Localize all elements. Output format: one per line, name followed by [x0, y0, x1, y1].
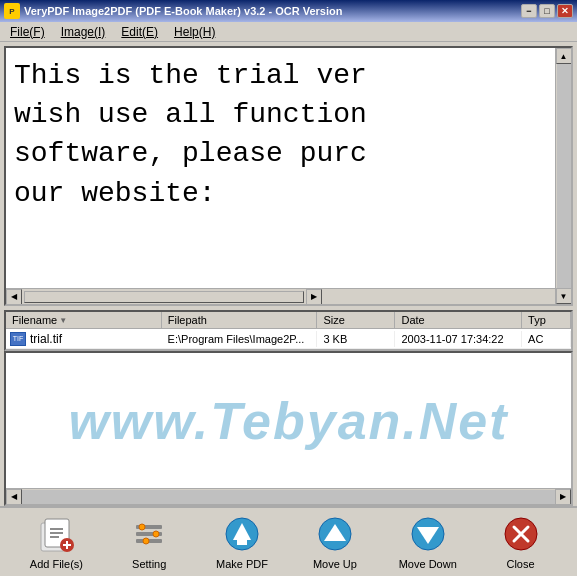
file-size: 3 KB: [317, 331, 395, 347]
sort-indicator: ▼: [59, 316, 67, 325]
menu-item-edit[interactable]: Edit(E): [115, 23, 164, 41]
wm-scroll-left[interactable]: ◀: [6, 489, 22, 505]
menu-item-help[interactable]: Help(H): [168, 23, 221, 41]
preview-scrollbar-horizontal[interactable]: ◀ ▶: [6, 288, 555, 304]
svg-point-11: [139, 524, 145, 530]
title-bar-title: P VeryPDF Image2PDF (PDF E-Book Maker) v…: [4, 3, 342, 19]
make-pdf-icon: [222, 514, 262, 554]
file-date: 2003-11-07 17:34:22: [395, 331, 522, 347]
watermark-text: www.Tebyan.Net: [68, 391, 508, 451]
watermark-inner: www.Tebyan.Net: [6, 353, 571, 488]
setting-icon: [129, 514, 169, 554]
menu-item-file[interactable]: File(F): [4, 23, 51, 41]
close-window-button[interactable]: ✕: [557, 4, 573, 18]
maximize-button[interactable]: □: [539, 4, 555, 18]
toolbar: Add File(s) Setting: [0, 506, 577, 576]
title-bar: P VeryPDF Image2PDF (PDF E-Book Maker) v…: [0, 0, 577, 22]
move-down-icon: [408, 514, 448, 554]
menu-item-image[interactable]: Image(I): [55, 23, 112, 41]
col-header-date: Date: [395, 312, 522, 328]
col-header-type: Typ: [522, 312, 571, 328]
app-icon: P: [4, 3, 20, 19]
watermark-area: www.Tebyan.Net ◀ ▶: [4, 351, 573, 506]
scroll-track-vertical[interactable]: [557, 64, 571, 288]
col-header-filepath: Filepath: [162, 312, 318, 328]
svg-point-12: [153, 531, 159, 537]
move-down-button[interactable]: Move Down: [398, 514, 458, 570]
wm-scroll-track[interactable]: [22, 490, 555, 504]
col-header-filename: Filename ▼: [6, 312, 162, 328]
menu-bar: File(F)Image(I)Edit(E)Help(H): [0, 22, 577, 42]
setting-button[interactable]: Setting: [119, 514, 179, 570]
preview-content: This is the trial ver wish use all funct…: [6, 48, 555, 288]
scroll-thumb-horizontal[interactable]: [24, 291, 304, 303]
scroll-right-arrow[interactable]: ▶: [306, 289, 322, 305]
title-bar-buttons: − □ ✕: [521, 4, 573, 18]
scroll-left-arrow[interactable]: ◀: [6, 289, 22, 305]
add-files-label: Add File(s): [30, 558, 83, 570]
main-area: This is the trial ver wish use all funct…: [0, 42, 577, 576]
col-header-size: Size: [317, 312, 395, 328]
close-icon: [501, 514, 541, 554]
scroll-up-arrow[interactable]: ▲: [556, 48, 572, 64]
make-pdf-label: Make PDF: [216, 558, 268, 570]
watermark-scrollbar[interactable]: ◀ ▶: [6, 488, 571, 504]
move-down-label: Move Down: [399, 558, 457, 570]
preview-area: This is the trial ver wish use all funct…: [4, 46, 573, 306]
move-up-label: Move Up: [313, 558, 357, 570]
svg-point-13: [143, 538, 149, 544]
file-list-header: Filename ▼ Filepath Size Date Typ: [6, 312, 571, 329]
close-label: Close: [506, 558, 534, 570]
svg-rect-16: [237, 540, 247, 545]
move-up-button[interactable]: Move Up: [305, 514, 365, 570]
table-row[interactable]: TIF trial.tif E:\Program Files\Image2P..…: [6, 329, 571, 349]
file-icon-cell: TIF trial.tif: [6, 330, 162, 348]
close-button[interactable]: Close: [491, 514, 551, 570]
file-type: AC: [522, 331, 571, 347]
preview-scrollbar-vertical[interactable]: ▲ ▼: [555, 48, 571, 304]
app-title: VeryPDF Image2PDF (PDF E-Book Maker) v3.…: [24, 5, 342, 17]
add-files-button[interactable]: Add File(s): [26, 514, 86, 570]
scroll-down-arrow[interactable]: ▼: [556, 288, 572, 304]
file-path: E:\Program Files\Image2P...: [162, 331, 318, 347]
file-list-area: Filename ▼ Filepath Size Date Typ TIF tr…: [4, 310, 573, 351]
add-files-icon: [36, 514, 76, 554]
move-up-icon: [315, 514, 355, 554]
make-pdf-button[interactable]: Make PDF: [212, 514, 272, 570]
setting-label: Setting: [132, 558, 166, 570]
wm-scroll-right[interactable]: ▶: [555, 489, 571, 505]
file-name: trial.tif: [30, 332, 62, 346]
minimize-button[interactable]: −: [521, 4, 537, 18]
file-type-icon: TIF: [10, 332, 26, 346]
